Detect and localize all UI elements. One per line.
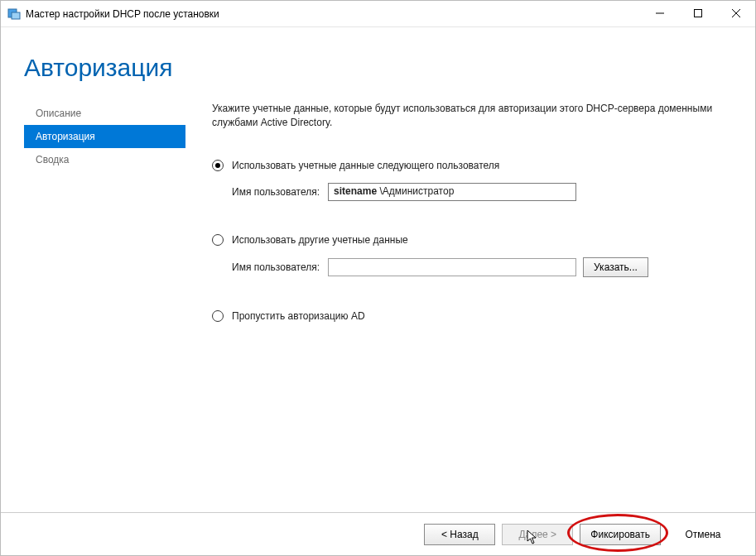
wizard-window: Мастер настройки DHCP после установки Ав…: [0, 0, 756, 556]
next-button[interactable]: Далее >: [502, 524, 573, 545]
main-panel: Укажите учетные данные, которые будут ис…: [185, 102, 737, 512]
titlebar: Мастер настройки DHCP после установки: [1, 1, 755, 27]
commit-button[interactable]: Фиксировать: [580, 524, 661, 545]
nav-item-description[interactable]: Описание: [24, 102, 185, 125]
username-suffix: \Администратор: [377, 185, 454, 197]
radio-current-user[interactable]: [212, 160, 224, 171]
app-icon: [7, 7, 21, 21]
minimize-button[interactable]: [641, 1, 679, 26]
nav-item-summary[interactable]: Сводка: [24, 148, 185, 171]
nav-item-authorization[interactable]: Авторизация: [24, 125, 185, 148]
window-controls: [641, 1, 755, 26]
username-current-input[interactable]: sitename \Администратор: [328, 183, 576, 201]
username-other-label: Имя пользователя:: [232, 261, 320, 273]
content-area: Описание Авторизация Сводка Укажите учет…: [1, 92, 755, 512]
wizard-nav: Описание Авторизация Сводка: [24, 102, 185, 512]
back-button[interactable]: < Назад: [424, 524, 495, 545]
page-title: Авторизация: [24, 54, 755, 82]
window-title: Мастер настройки DHCP после установки: [26, 8, 641, 20]
svg-rect-1: [12, 12, 20, 19]
maximize-button[interactable]: [679, 1, 717, 26]
radio-current-user-label: Использовать учетные данные следующего п…: [232, 160, 499, 171]
option-other-user: Использовать другие учетные данные Имя п…: [212, 234, 737, 277]
close-button[interactable]: [717, 1, 755, 26]
specify-button[interactable]: Указать...: [583, 257, 648, 277]
option-current-user: Использовать учетные данные следующего п…: [212, 160, 737, 201]
radio-skip-ad[interactable]: [212, 310, 224, 322]
svg-rect-3: [695, 10, 702, 17]
radio-skip-ad-label: Пропустить авторизацию AD: [232, 310, 365, 322]
page-header: Авторизация: [1, 27, 755, 92]
cancel-button[interactable]: Отмена: [667, 524, 739, 545]
intro-text: Укажите учетные данные, которые будут ис…: [212, 102, 737, 130]
username-prefix: sitename: [334, 185, 377, 197]
radio-other-user[interactable]: [212, 234, 224, 246]
username-current-label: Имя пользователя:: [232, 186, 320, 198]
username-other-input[interactable]: [328, 258, 576, 276]
radio-other-user-label: Использовать другие учетные данные: [232, 234, 408, 246]
wizard-footer: < Назад Далее > Фиксировать Отмена: [1, 512, 755, 555]
option-skip-ad: Пропустить авторизацию AD: [212, 310, 737, 322]
